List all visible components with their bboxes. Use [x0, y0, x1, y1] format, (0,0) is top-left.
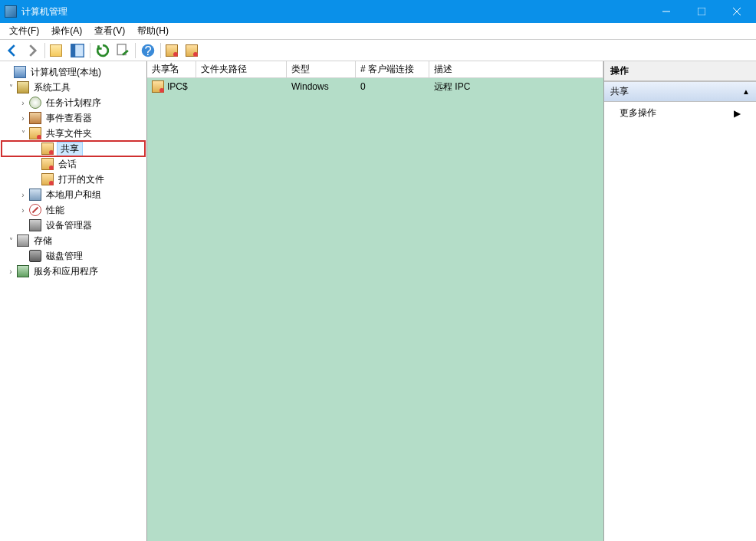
tree-task-scheduler[interactable]: › 任务计划程序	[2, 95, 145, 110]
list-header: 共享名 文件夹路径 类型 # 客户端连接 描述	[147, 61, 603, 78]
toolbar-separator	[160, 43, 161, 58]
action-pane: 操作 共享 ▲ 更多操作 ▶	[604, 61, 756, 541]
tree-system-tools[interactable]: ˅ 系统工具	[2, 80, 145, 95]
svg-text:?: ?	[144, 43, 151, 57]
tree-root[interactable]: 计算机管理(本地)	[2, 64, 145, 80]
open-files-icon	[41, 173, 54, 185]
tree-disk-mgmt[interactable]: 磁盘管理	[2, 248, 145, 264]
up-button[interactable]	[48, 41, 67, 60]
collapse-icon: ▲	[742, 87, 750, 96]
chevron-right-icon: ▶	[734, 108, 741, 119]
disk-icon	[29, 250, 41, 262]
tree-device-manager[interactable]: 设备管理器	[2, 218, 145, 233]
toolbar-separator	[90, 43, 90, 58]
chevron-right-icon[interactable]: ›	[17, 189, 29, 201]
minimize-button[interactable]	[649, 0, 684, 23]
main-area: 计算机管理(本地) ˅ 系统工具 › 任务计划程序 › 事件查看器 ˅ 共享文件…	[0, 61, 756, 541]
clock-icon	[29, 97, 41, 109]
computer-icon	[14, 66, 26, 78]
tree-storage[interactable]: ˅ 存储	[2, 233, 145, 248]
tree-open-files[interactable]: 打开的文件	[2, 172, 145, 187]
cell-desc: 远程 IPC	[429, 80, 603, 93]
action-header: 操作	[604, 61, 756, 81]
back-button[interactable]	[3, 41, 21, 60]
cell-type: Windows	[287, 81, 356, 92]
menubar: 文件(F) 操作(A) 查看(V) 帮助(H)	[0, 23, 756, 40]
window-title: 计算机管理	[21, 5, 649, 18]
menu-action[interactable]: 操作(A)	[45, 23, 88, 39]
action-section-shares[interactable]: 共享 ▲	[604, 81, 756, 102]
list-pane: 共享名 文件夹路径 类型 # 客户端连接 描述 IPC$ Windows 0 远…	[147, 61, 604, 541]
show-hide-button[interactable]	[68, 41, 87, 60]
app-icon	[5, 5, 17, 18]
storage-icon	[17, 234, 29, 247]
list-body[interactable]: IPC$ Windows 0 远程 IPC	[147, 78, 603, 541]
chevron-down-icon[interactable]: ˅	[5, 234, 17, 247]
close-button[interactable]	[719, 0, 754, 23]
tree-pane[interactable]: 计算机管理(本地) ˅ 系统工具 › 任务计划程序 › 事件查看器 ˅ 共享文件…	[0, 61, 147, 541]
tree-shares[interactable]: 共享	[2, 141, 145, 156]
tree-shared-folders[interactable]: ˅ 共享文件夹	[2, 126, 145, 141]
menu-view[interactable]: 查看(V)	[88, 23, 131, 39]
refresh-button[interactable]	[94, 41, 112, 60]
menu-help[interactable]: 帮助(H)	[131, 23, 175, 39]
svg-rect-2	[71, 44, 76, 57]
share-wizard-button[interactable]	[184, 41, 202, 60]
export-button[interactable]	[113, 41, 132, 60]
menu-file[interactable]: 文件(F)	[3, 23, 45, 39]
help-button[interactable]: ?	[139, 41, 157, 60]
list-row[interactable]: IPC$ Windows 0 远程 IPC	[147, 78, 603, 95]
chevron-right-icon[interactable]: ›	[17, 112, 29, 124]
forward-button[interactable]	[23, 41, 41, 60]
new-share-button[interactable]	[164, 41, 182, 60]
col-share-name[interactable]: 共享名	[147, 61, 196, 77]
chevron-right-icon[interactable]: ›	[17, 204, 29, 216]
toolbar: ?	[0, 40, 756, 61]
chevron-right-icon[interactable]: ›	[5, 265, 17, 277]
cell-clients: 0	[356, 81, 429, 92]
share-icon	[152, 80, 164, 93]
shared-folder-icon	[29, 127, 41, 139]
performance-icon	[29, 204, 41, 216]
action-more[interactable]: 更多操作 ▶	[604, 102, 756, 124]
maximize-button[interactable]	[684, 0, 719, 23]
event-icon	[29, 112, 41, 124]
toolbar-separator	[44, 43, 45, 58]
tree-event-viewer[interactable]: › 事件查看器	[2, 110, 145, 126]
users-icon	[29, 189, 41, 201]
chevron-down-icon[interactable]: ˅	[17, 127, 29, 139]
tree-performance[interactable]: › 性能	[2, 202, 145, 218]
tree-services-apps[interactable]: › 服务和应用程序	[2, 264, 145, 279]
col-client-conn[interactable]: # 客户端连接	[356, 61, 429, 77]
col-type[interactable]: 类型	[287, 61, 356, 77]
cell-share-name: IPC$	[147, 80, 196, 93]
services-icon	[17, 265, 29, 277]
sessions-icon	[41, 158, 54, 170]
tree-local-users[interactable]: › 本地用户和组	[2, 187, 145, 202]
chevron-right-icon[interactable]: ›	[17, 97, 29, 109]
titlebar: 计算机管理	[0, 0, 756, 23]
tree-sessions[interactable]: 会话	[2, 156, 145, 172]
device-icon	[29, 219, 41, 231]
col-folder-path[interactable]: 文件夹路径	[196, 61, 287, 77]
toolbar-separator	[135, 43, 136, 58]
shares-icon	[41, 143, 54, 155]
col-description[interactable]: 描述	[429, 61, 603, 77]
tools-icon	[17, 81, 29, 93]
svg-rect-0	[698, 8, 705, 15]
chevron-down-icon[interactable]: ˅	[5, 81, 17, 93]
